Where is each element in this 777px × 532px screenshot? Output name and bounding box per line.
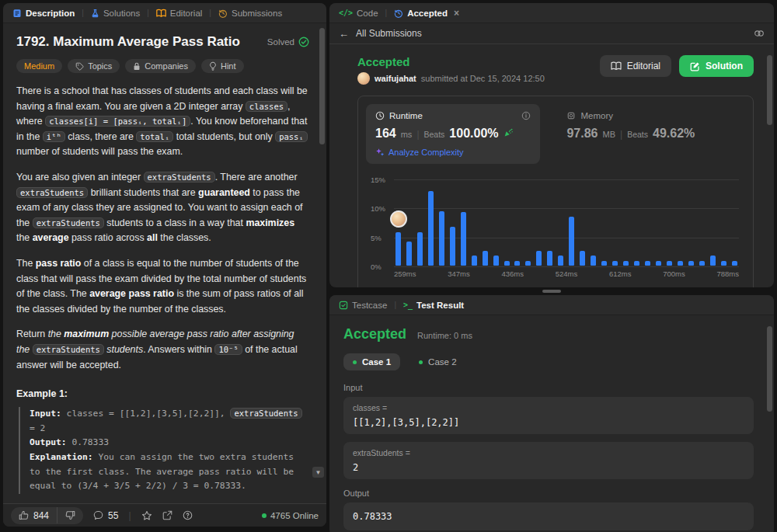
favorite-button[interactable] [141, 510, 152, 521]
y-axis-tick: 0% [371, 263, 389, 271]
chart-bars [395, 179, 737, 266]
tab-label: Editorial [170, 9, 203, 18]
runtime-bar[interactable] [483, 251, 488, 266]
editorial-button[interactable]: Editorial [600, 55, 671, 77]
solution-button[interactable]: Solution [679, 55, 754, 77]
y-axis-tick: 5% [371, 233, 389, 242]
examples-section: Example 1:Input: classes = [[1,2],[3,5],… [16, 388, 309, 503]
case-1-button[interactable]: Case 1 [343, 353, 400, 370]
runtime-bar[interactable] [732, 261, 737, 266]
all-submissions-link[interactable]: All Submissions [356, 28, 422, 39]
case-dot-icon [353, 360, 357, 364]
runtime-bar[interactable] [569, 217, 574, 266]
close-tab-icon[interactable]: × [454, 8, 459, 19]
input-field-classes[interactable]: classes = [[1,2],[3,5],[2,2]] [343, 397, 754, 434]
problem-panel: Description | Solutions | Editorial | Su… [3, 3, 326, 527]
back-arrow-icon[interactable]: ← [339, 28, 349, 40]
share-button[interactable] [162, 510, 172, 520]
submission-scrollbar[interactable] [767, 47, 772, 284]
description-paragraph: Return the maximum possible average pass… [16, 327, 309, 373]
tab-label: Description [26, 9, 75, 18]
runtime-bar[interactable] [612, 261, 618, 266]
runtime-bar[interactable] [547, 251, 552, 266]
tab-solutions[interactable]: Solutions [89, 9, 141, 18]
scroll-down-button[interactable]: ▼ [312, 467, 324, 478]
inline-code: extraStudents [230, 408, 301, 419]
memory-value: 97.86 [566, 127, 598, 141]
memory-stat[interactable]: Memory 97.86 MB | Beats 49.62% [557, 104, 731, 164]
runtime-bar[interactable] [580, 251, 585, 266]
runtime-bar[interactable] [439, 211, 444, 266]
testcase-scrollbar[interactable] [767, 318, 772, 532]
share-icon [162, 510, 172, 520]
runtime-bar[interactable] [699, 261, 705, 266]
tab-code[interactable]: </> Code [337, 9, 380, 18]
submission-panel: </> Code | Accepted × ← All Submissions … [329, 3, 774, 287]
tab-description[interactable]: Description [11, 9, 76, 18]
sparkle-icon [375, 148, 385, 157]
tab-accepted-submission[interactable]: Accepted × [392, 8, 461, 19]
problem-description: 1792. Maximum Average Pass Ratio Solved … [3, 23, 326, 503]
output-label: Output [343, 489, 754, 498]
dislike-button[interactable] [57, 507, 83, 523]
runtime-bar[interactable] [428, 191, 434, 266]
runtime-bar[interactable] [558, 256, 563, 266]
runtime-bar[interactable] [645, 261, 650, 266]
runtime-bar[interactable] [461, 212, 466, 266]
runtime-bar[interactable] [678, 261, 683, 266]
panel-splitter [329, 287, 774, 295]
topics-button[interactable]: Topics [68, 59, 120, 73]
runtime-bar[interactable] [536, 251, 542, 266]
user-runtime-marker-avatar[interactable] [390, 210, 407, 228]
runtime-bar[interactable] [591, 256, 596, 266]
description-paragraph: There is a school that has classes of st… [16, 84, 309, 160]
runtime-bar[interactable] [514, 261, 520, 266]
x-axis-tick: 788ms [716, 269, 739, 278]
info-icon[interactable] [521, 111, 531, 120]
test-result-body: Accepted Runtime: 0 ms Case 1 Case 2 Inp… [329, 315, 774, 532]
runtime-bar[interactable] [688, 261, 694, 266]
runtime-bar[interactable] [417, 232, 423, 266]
runtime-stat[interactable]: Runtime 164 ms | Beats 100.00% Analyze C… [366, 104, 540, 164]
author-name[interactable]: waifujahat [375, 74, 416, 83]
difficulty-badge[interactable]: Medium [16, 59, 62, 73]
hint-button[interactable]: Hint [201, 59, 244, 73]
runtime-bar[interactable] [721, 261, 726, 266]
runtime-bar[interactable] [395, 232, 401, 266]
code-tabbar: </> Code | Accepted × [329, 3, 774, 23]
solved-status: Solved [267, 37, 309, 47]
companies-button[interactable]: Companies [125, 59, 196, 73]
case-2-button[interactable]: Case 2 [409, 353, 465, 370]
runtime-bar[interactable] [472, 256, 477, 266]
runtime-bar[interactable] [450, 227, 455, 266]
like-button[interactable]: 844 [11, 507, 57, 524]
runtime-bar[interactable] [710, 256, 716, 266]
tab-editorial[interactable]: Editorial [155, 9, 204, 18]
tab-testcase[interactable]: Testcase [337, 301, 388, 310]
runtime-bar[interactable] [406, 242, 412, 266]
tab-test-result[interactable]: >_ Test Result [402, 301, 465, 310]
runtime-bar[interactable] [493, 256, 499, 266]
y-axis-tick: 10% [371, 204, 389, 213]
submitted-at: submitted at Dec 15, 2024 12:50 [421, 74, 545, 83]
runtime-bar[interactable] [656, 261, 661, 266]
input-field-extrastudents[interactable]: extraStudents = 2 [343, 442, 754, 479]
analyze-complexity-link[interactable]: Analyze Complexity [375, 148, 531, 157]
problem-footer: 844 55 | 4765 Online [3, 503, 326, 527]
runtime-bar[interactable] [634, 261, 639, 266]
copy-link-icon[interactable] [754, 29, 765, 38]
description-scrollbar[interactable] [319, 26, 325, 500]
runtime-bar[interactable] [667, 261, 672, 266]
celebration-icon [503, 127, 514, 137]
runtime-bar[interactable] [504, 261, 510, 266]
runtime-bar[interactable] [601, 261, 607, 266]
splitter-handle[interactable] [542, 290, 561, 293]
help-button[interactable] [183, 510, 193, 520]
runtime-bar[interactable] [623, 261, 629, 266]
tab-submissions[interactable]: Submissions [217, 9, 284, 18]
gridline [394, 266, 739, 267]
input-label: Input [343, 383, 754, 392]
comments-button[interactable]: 55 [93, 510, 118, 521]
runtime-bar[interactable] [525, 261, 531, 266]
cases-row: Case 1 Case 2 [343, 353, 754, 370]
